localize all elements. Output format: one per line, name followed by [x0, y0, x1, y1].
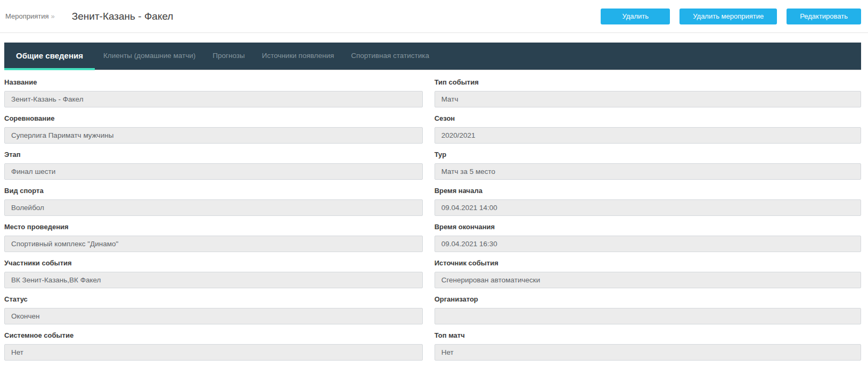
form-column-right: Тип события Сезон Тур Время начала Время… [435, 78, 861, 367]
field-name: Название [4, 78, 423, 107]
header-actions: Удалить Удалить мероприятие Редактироват… [601, 9, 861, 24]
field-label: Тур [435, 151, 861, 158]
tab-bar: Общие сведения Клиенты (домашние матчи) … [4, 43, 861, 70]
field-label: Вид спорта [4, 187, 423, 195]
competition-input[interactable] [4, 127, 423, 144]
name-input[interactable] [4, 91, 423, 107]
venue-input[interactable] [4, 236, 423, 252]
delete-button[interactable]: Удалить [601, 9, 670, 24]
field-season: Сезон [435, 114, 861, 144]
field-event-source: Источник события [435, 259, 861, 288]
event-source-input[interactable] [435, 272, 861, 288]
field-sport-kind: Вид спорта [4, 187, 423, 216]
field-stage: Этап [4, 151, 423, 180]
top-match-input[interactable] [435, 344, 861, 361]
field-event-type: Тип события [435, 78, 861, 107]
tab-appearance-sources[interactable]: Источники появления [253, 43, 343, 70]
start-time-input[interactable] [435, 199, 861, 216]
delete-event-button[interactable]: Удалить мероприятие [679, 9, 777, 24]
status-input[interactable] [4, 308, 423, 324]
field-label: Тип события [435, 78, 861, 86]
tab-forecasts[interactable]: Прогнозы [204, 43, 253, 70]
edit-button[interactable]: Редактировать [787, 9, 861, 24]
field-label: Время начала [435, 187, 861, 195]
field-label: Место проведения [4, 223, 423, 231]
end-time-input[interactable] [435, 236, 861, 252]
tab-clients-home-matches[interactable]: Клиенты (домашние матчи) [95, 43, 204, 70]
top-header: Мероприятия » Зенит-Казань - Факел Удали… [0, 0, 868, 33]
form-column-left: Название Соревнование Этап Вид спорта Ме… [4, 78, 423, 367]
field-top-match: Топ матч [435, 331, 861, 361]
field-system-event: Системное событие [4, 331, 423, 361]
round-input[interactable] [435, 163, 861, 180]
season-input[interactable] [435, 127, 861, 144]
organizer-input[interactable] [435, 308, 861, 324]
field-venue: Место проведения [4, 223, 423, 252]
stage-input[interactable] [4, 163, 423, 180]
field-label: Соревнование [4, 114, 423, 122]
system-event-input[interactable] [4, 344, 423, 361]
tab-sport-statistics[interactable]: Спортивная статистика [342, 43, 438, 70]
field-organizer: Организатор [435, 295, 861, 324]
field-start-time: Время начала [435, 187, 861, 216]
breadcrumb-separator-icon: » [51, 12, 55, 20]
field-label: Название [4, 78, 423, 86]
tab-general-info[interactable]: Общие сведения [4, 43, 95, 70]
field-label: Время окончания [435, 223, 861, 231]
field-label: Топ матч [435, 331, 861, 339]
field-end-time: Время окончания [435, 223, 861, 252]
field-label: Этап [4, 151, 423, 158]
field-label: Участники события [4, 259, 423, 267]
field-label: Источник события [435, 259, 861, 267]
field-label: Статус [4, 295, 423, 303]
field-label: Системное событие [4, 331, 423, 339]
general-info-panel: Название Соревнование Этап Вид спорта Ме… [0, 70, 868, 367]
field-status: Статус [4, 295, 423, 324]
participants-input[interactable] [4, 272, 423, 288]
page-title: Зенит-Казань - Факел [72, 11, 174, 22]
field-label: Сезон [435, 114, 861, 122]
field-participants: Участники события [4, 259, 423, 288]
field-round: Тур [435, 151, 861, 180]
field-competition: Соревнование [4, 114, 423, 144]
field-label: Организатор [435, 295, 861, 303]
event-type-input[interactable] [435, 91, 861, 107]
sport-kind-input[interactable] [4, 199, 423, 216]
breadcrumb-link-events[interactable]: Мероприятия [5, 12, 49, 20]
